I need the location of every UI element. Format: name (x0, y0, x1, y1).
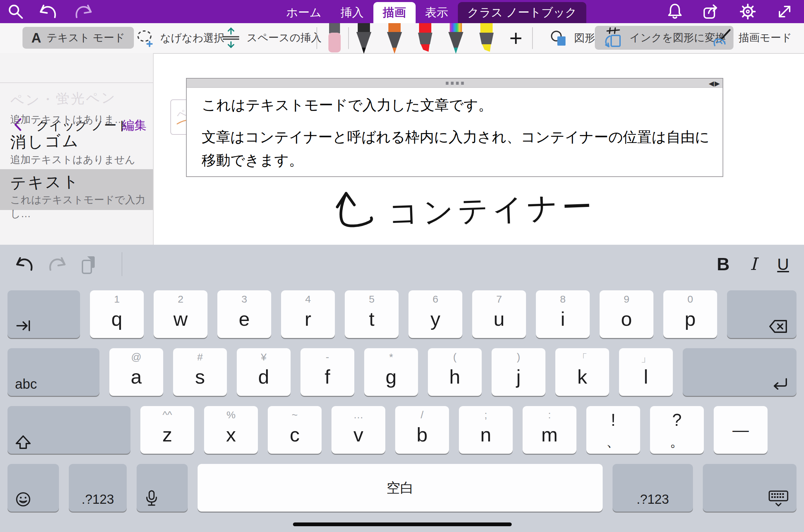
key-b[interactable]: /b (395, 406, 449, 454)
key-label: w (154, 307, 207, 330)
red-highlighter-tool[interactable] (415, 23, 435, 54)
orange-pen-tool[interactable] (384, 23, 405, 54)
key-w[interactable]: 2w (154, 290, 207, 338)
key-q[interactable]: 1q (90, 290, 144, 338)
key-label: abc (15, 376, 37, 392)
home-indicator[interactable] (293, 522, 512, 526)
divider (0, 82, 153, 83)
redo-icon[interactable] (74, 3, 92, 20)
key-dismiss[interactable] (703, 464, 797, 512)
key-e[interactable]: 3e (217, 290, 271, 338)
key-dash[interactable]: — (714, 406, 768, 454)
key-y[interactable]: 6y (408, 290, 462, 338)
key-label: o (600, 307, 653, 330)
eraser-tool[interactable] (324, 23, 345, 54)
key-u[interactable]: 7u (472, 290, 526, 338)
tab-insert[interactable]: 挿入 (331, 2, 373, 23)
key-sublabel: 7 (472, 293, 526, 305)
italic-button[interactable]: I (750, 254, 757, 274)
key-a[interactable]: @a (109, 348, 163, 396)
page-list-item[interactable]: ペン・蛍光ペン 追加テキストはありま… (0, 87, 153, 130)
kb-paste-icon[interactable] (78, 255, 99, 275)
container-resize-icon[interactable]: ◀▶ (709, 79, 721, 87)
handwritten-word: コンテイナー (388, 189, 597, 230)
bold-button[interactable]: B (717, 254, 730, 274)
yellow-highlighter-tool[interactable] (476, 23, 497, 54)
bell-icon[interactable] (666, 2, 683, 21)
key-sublabel: 」 (619, 351, 673, 365)
mic-icon (144, 490, 159, 507)
key-label: l (619, 365, 673, 388)
share-icon[interactable] (702, 2, 720, 21)
key-m[interactable]: :m (523, 406, 576, 454)
tab-class-notebook[interactable]: クラス ノートブック (458, 2, 587, 23)
text-container[interactable]: ◀▶ これはテキストモードで入力した文章です。 文章はコンテイナーと呼ばれる枠内… (186, 78, 723, 177)
key-symbols-right[interactable]: .?123 (613, 464, 693, 512)
lasso-select-button[interactable]: なげなわ選択 (136, 29, 225, 48)
key-?[interactable]: ?。 (650, 406, 704, 454)
key-label: j (492, 365, 545, 388)
key-label: ! (586, 410, 640, 430)
page-list-item[interactable]: 消しゴム 追加テキストはありません (0, 131, 153, 168)
key-tab[interactable] (7, 290, 80, 338)
key-label: d (237, 365, 291, 388)
key-label: r (281, 307, 335, 330)
key-label: m (523, 423, 576, 446)
container-grip-icon[interactable] (446, 82, 464, 85)
draw-mode-button[interactable]: 描画モード (711, 28, 792, 48)
key-n[interactable]: ;n (459, 406, 513, 454)
key-abc[interactable]: abc (7, 348, 99, 396)
key-shift[interactable] (7, 406, 130, 454)
key-i[interactable]: 8i (536, 290, 590, 338)
key-r[interactable]: 4r (281, 290, 335, 338)
key-d[interactable]: ¥d (237, 348, 291, 396)
key-label: f (300, 365, 354, 388)
kb-undo-icon[interactable] (16, 255, 35, 273)
key-sublabel: / (395, 409, 449, 421)
tab-view[interactable]: 表示 (416, 2, 458, 23)
key-symbols[interactable]: .?123 (69, 464, 127, 512)
key-mic[interactable] (137, 464, 188, 512)
toolbar-separator (532, 27, 533, 49)
add-pen-button[interactable]: + (509, 25, 523, 51)
key-s[interactable]: #s (173, 348, 227, 396)
tab-home[interactable]: ホーム (277, 2, 331, 23)
key-f[interactable]: -f (300, 348, 354, 396)
shapes-button[interactable]: 図形 (550, 29, 595, 48)
black-pen-tool[interactable] (354, 23, 374, 54)
ink-to-shape-icon (602, 27, 624, 48)
key-space[interactable]: 空白 (198, 464, 603, 512)
key-h[interactable]: (h (428, 348, 482, 396)
key-c[interactable]: ~c (268, 406, 322, 454)
text-mode-button[interactable]: A テキスト モード (22, 27, 134, 49)
key-k[interactable]: 「k (555, 348, 609, 396)
insert-space-button[interactable]: スペースの挿入 (221, 27, 322, 48)
page-subtitle: 追加テキストはありません (10, 153, 135, 167)
underline-button[interactable]: U (777, 255, 789, 274)
rainbow-pen-tool[interactable] (446, 23, 466, 54)
key-o[interactable]: 9o (600, 290, 653, 338)
key-l[interactable]: 」l (619, 348, 673, 396)
container-drag-bar[interactable]: ◀▶ (187, 79, 723, 88)
key-j[interactable]: )j (492, 348, 545, 396)
key-emoji[interactable] (7, 464, 59, 512)
page-list-item-selected[interactable]: テキスト これはテキストモードで入力し… (0, 169, 153, 210)
key-return[interactable] (683, 348, 797, 396)
undo-icon[interactable] (40, 3, 58, 20)
key-z[interactable]: ^^z (140, 406, 194, 454)
tab-draw[interactable]: 描画 (373, 2, 416, 23)
key-x[interactable]: %x (204, 406, 258, 454)
key-v[interactable]: …v (331, 406, 385, 454)
key-p[interactable]: 0p (663, 290, 717, 338)
key-![interactable]: !、 (586, 406, 640, 454)
expand-icon[interactable] (775, 2, 794, 21)
key-g[interactable]: *g (364, 348, 418, 396)
search-icon[interactable] (7, 3, 24, 20)
container-text[interactable]: これはテキストモードで入力した文章です。 文章はコンテイナーと呼ばれる枠内に入力… (202, 94, 710, 181)
gear-icon[interactable] (739, 2, 757, 21)
kb-redo-icon[interactable] (47, 255, 66, 273)
divider (122, 252, 122, 276)
key-sublabel: 2 (154, 293, 207, 305)
key-t[interactable]: 5t (345, 290, 399, 338)
key-backspace[interactable] (727, 290, 797, 338)
